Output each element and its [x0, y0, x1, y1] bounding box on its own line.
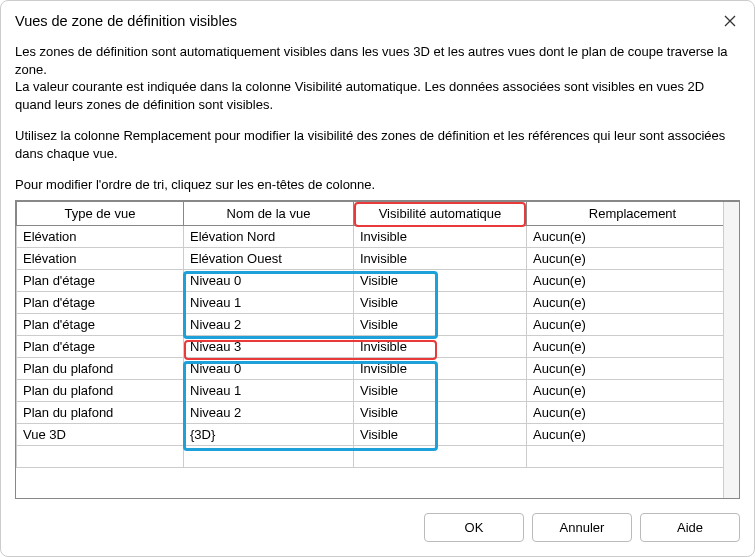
cell-name[interactable]: Niveau 0 [184, 269, 354, 291]
table-row[interactable]: ElévationElévation OuestInvisibleAucun(e… [17, 247, 739, 269]
cell-vis[interactable]: Invisible [354, 335, 527, 357]
table-body: ElévationElévation NordInvisibleAucun(e)… [17, 225, 739, 467]
table-row-empty [17, 445, 739, 467]
col-header-type[interactable]: Type de vue [17, 201, 184, 225]
cell-name[interactable]: Niveau 3 [184, 335, 354, 357]
views-table: Type de vue Nom de la vue Visibilité aut… [16, 201, 739, 468]
cell-rep[interactable]: Aucun(e) [527, 335, 739, 357]
table-row[interactable]: Plan d'étageNiveau 0VisibleAucun(e) [17, 269, 739, 291]
vertical-scrollbar[interactable] [723, 202, 739, 498]
help-button[interactable]: Aide [640, 513, 740, 542]
titlebar: Vues de zone de définition visibles [1, 1, 754, 37]
table-row[interactable]: Plan d'étageNiveau 1VisibleAucun(e) [17, 291, 739, 313]
cell-rep[interactable]: Aucun(e) [527, 225, 739, 247]
table-row[interactable]: ElévationElévation NordInvisibleAucun(e) [17, 225, 739, 247]
cell-rep[interactable]: Aucun(e) [527, 357, 739, 379]
table-row[interactable]: Vue 3D{3D}VisibleAucun(e) [17, 423, 739, 445]
col-header-override[interactable]: Remplacement [527, 201, 739, 225]
cell-rep[interactable]: Aucun(e) [527, 269, 739, 291]
table-row[interactable]: Plan d'étageNiveau 3InvisibleAucun(e) [17, 335, 739, 357]
cell-type[interactable]: Plan du plafond [17, 357, 184, 379]
cell-rep[interactable]: Aucun(e) [527, 313, 739, 335]
cell-vis[interactable]: Visible [354, 269, 527, 291]
cell-vis[interactable]: Visible [354, 423, 527, 445]
dialog-window: Vues de zone de définition visibles Les … [0, 0, 755, 557]
close-button[interactable] [720, 11, 740, 31]
cell-name[interactable]: Niveau 2 [184, 313, 354, 335]
cell-rep[interactable]: Aucun(e) [527, 291, 739, 313]
button-bar: OK Annuler Aide [1, 499, 754, 556]
cell-type[interactable]: Plan d'étage [17, 269, 184, 291]
cell-name[interactable]: Niveau 2 [184, 401, 354, 423]
description-text-2: Utilisez la colonne Remplacement pour mo… [15, 127, 740, 162]
cell-rep[interactable]: Aucun(e) [527, 247, 739, 269]
cell-vis[interactable]: Invisible [354, 247, 527, 269]
table-row[interactable]: Plan du plafondNiveau 1VisibleAucun(e) [17, 379, 739, 401]
cell-vis[interactable]: Invisible [354, 357, 527, 379]
cell-rep[interactable]: Aucun(e) [527, 423, 739, 445]
cell-name[interactable]: Niveau 1 [184, 379, 354, 401]
cell-type[interactable]: Plan d'étage [17, 313, 184, 335]
table-row[interactable]: Plan du plafondNiveau 2VisibleAucun(e) [17, 401, 739, 423]
cancel-button[interactable]: Annuler [532, 513, 632, 542]
col-header-visibility[interactable]: Visibilité automatique [354, 201, 527, 225]
cell-type[interactable]: Plan d'étage [17, 291, 184, 313]
cell-rep[interactable]: Aucun(e) [527, 379, 739, 401]
cell-name[interactable]: Elévation Nord [184, 225, 354, 247]
description-text: Les zones de définition sont automatique… [15, 43, 740, 113]
cell-rep[interactable]: Aucun(e) [527, 401, 739, 423]
cell-vis[interactable]: Visible [354, 313, 527, 335]
table-row[interactable]: Plan d'étageNiveau 2VisibleAucun(e) [17, 313, 739, 335]
cell-name[interactable]: Niveau 0 [184, 357, 354, 379]
content-area: Les zones de définition sont automatique… [1, 37, 754, 499]
desc-line-2: La valeur courante est indiquée dans la … [15, 78, 740, 113]
table-row[interactable]: Plan du plafondNiveau 0InvisibleAucun(e) [17, 357, 739, 379]
dialog-title: Vues de zone de définition visibles [15, 13, 237, 29]
cell-vis[interactable]: Invisible [354, 225, 527, 247]
table-header-row: Type de vue Nom de la vue Visibilité aut… [17, 201, 739, 225]
cell-name[interactable]: {3D} [184, 423, 354, 445]
cell-type[interactable]: Elévation [17, 247, 184, 269]
cell-name[interactable]: Niveau 1 [184, 291, 354, 313]
table-container: Type de vue Nom de la vue Visibilité aut… [15, 200, 740, 499]
description-text-3: Pour modifier l'ordre de tri, cliquez su… [15, 176, 740, 194]
desc-line-1: Les zones de définition sont automatique… [15, 43, 740, 78]
cell-type[interactable]: Plan d'étage [17, 335, 184, 357]
close-icon [724, 15, 736, 27]
cell-vis[interactable]: Visible [354, 379, 527, 401]
cell-type[interactable]: Vue 3D [17, 423, 184, 445]
cell-name[interactable]: Elévation Ouest [184, 247, 354, 269]
cell-vis[interactable]: Visible [354, 291, 527, 313]
cell-type[interactable]: Plan du plafond [17, 379, 184, 401]
cell-vis[interactable]: Visible [354, 401, 527, 423]
ok-button[interactable]: OK [424, 513, 524, 542]
cell-type[interactable]: Elévation [17, 225, 184, 247]
cell-type[interactable]: Plan du plafond [17, 401, 184, 423]
col-header-name[interactable]: Nom de la vue [184, 201, 354, 225]
